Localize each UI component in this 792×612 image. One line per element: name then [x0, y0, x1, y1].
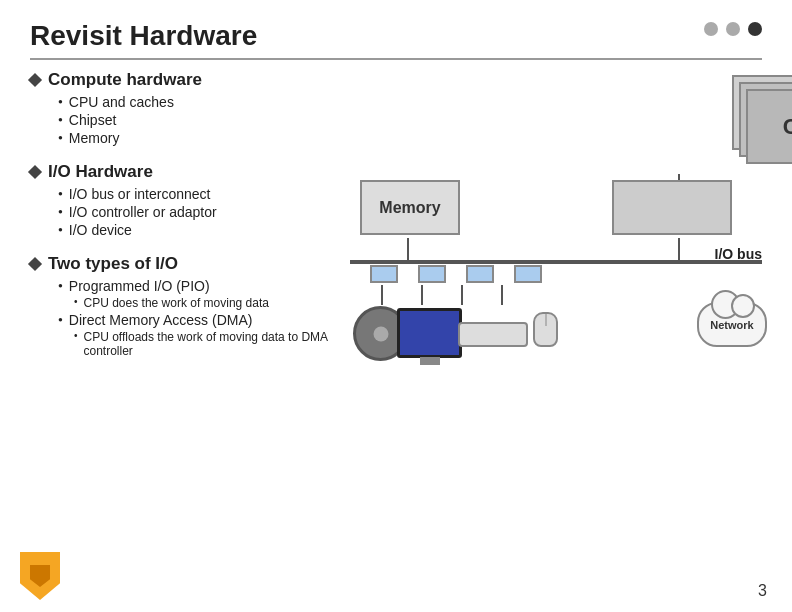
compute-item-1: CPU and caches	[58, 94, 340, 110]
monitor-icon	[397, 308, 462, 358]
two-types-label: Two types of I/O	[48, 254, 178, 274]
dma-sub-item: CPU offloads the work of moving data to …	[74, 330, 340, 358]
io-connectors	[370, 265, 542, 283]
keyboard-icon-container	[458, 322, 528, 347]
pio-item: Programmed I/O (PIO)	[58, 278, 340, 294]
nav-dot-3	[748, 22, 762, 36]
nav-dot-2	[726, 22, 740, 36]
memory-label: Memory	[379, 199, 440, 217]
drop-line-4	[501, 285, 503, 305]
io-subbullets: I/O bus or interconnect I/O controller o…	[58, 186, 340, 238]
princeton-shield	[20, 552, 60, 600]
network-cloud: Network	[697, 302, 767, 347]
io-connector-4	[514, 265, 542, 283]
io-item-2: I/O controller or adaptor	[58, 204, 340, 220]
nav-dots	[704, 22, 762, 36]
network-label: Network	[710, 319, 753, 331]
memory-box: Memory	[360, 180, 460, 235]
compute-subbullets: CPU and caches Chipset Memory	[58, 94, 340, 146]
slide: Revisit Hardware Compute hardware CPU an…	[0, 0, 792, 612]
pio-sub-item: CPU does the work of moving data	[74, 296, 340, 310]
compute-item-2: Chipset	[58, 112, 340, 128]
compute-item-3: Memory	[58, 130, 340, 146]
bullet-io: I/O Hardware	[30, 162, 340, 182]
left-panel: Compute hardware CPU and caches Chipset …	[30, 70, 340, 374]
io-bus-line	[350, 260, 762, 264]
network-cloud-container: Network	[697, 302, 767, 347]
mouse-icon	[533, 312, 558, 347]
drop-line-3	[461, 285, 463, 305]
io-item-1: I/O bus or interconnect	[58, 186, 340, 202]
diamond-icon-2	[28, 165, 42, 179]
io-connector-2	[418, 265, 446, 283]
io-item-3: I/O device	[58, 222, 340, 238]
page-number: 3	[758, 582, 767, 600]
slide-title: Revisit Hardware	[30, 20, 762, 60]
pio-sub: CPU does the work of moving data	[74, 296, 340, 310]
io-connector-1	[370, 265, 398, 283]
bullet-compute: Compute hardware	[30, 70, 340, 90]
diamond-icon-3	[28, 257, 42, 271]
compute-label: Compute hardware	[48, 70, 202, 90]
bullet-two-types: Two types of I/O	[30, 254, 340, 274]
dma-item: Direct Memory Access (DMA)	[58, 312, 340, 328]
drop-line-1	[381, 285, 383, 305]
content-area: Compute hardware CPU and caches Chipset …	[30, 70, 762, 374]
drop-line-2	[421, 285, 423, 305]
diamond-icon	[28, 73, 42, 87]
memory-large-box	[612, 180, 732, 235]
io-bus-label: I/O bus	[715, 246, 762, 262]
monitor-icon-container	[397, 308, 462, 358]
right-panel: CPU Memory I/O bus	[350, 70, 762, 374]
mem-to-bus-line	[407, 238, 409, 260]
section-io: I/O Hardware I/O bus or interconnect I/O…	[30, 162, 340, 238]
dma-bullets: Direct Memory Access (DMA)	[58, 312, 340, 328]
dma-sub: CPU offloads the work of moving data to …	[74, 330, 340, 358]
cpu-mem-to-bus-line	[678, 238, 680, 260]
io-connector-3	[466, 265, 494, 283]
section-two-types: Two types of I/O Programmed I/O (PIO) CP…	[30, 254, 340, 358]
io-label: I/O Hardware	[48, 162, 153, 182]
nav-dot-1	[704, 22, 718, 36]
hardware-diagram: CPU Memory I/O bus	[350, 70, 762, 374]
section-compute: Compute hardware CPU and caches Chipset …	[30, 70, 340, 146]
cpu-box-front: CPU	[746, 89, 792, 164]
two-types-subbullets: Programmed I/O (PIO)	[58, 278, 340, 294]
logo-area	[20, 552, 70, 602]
keyboard-icon	[458, 322, 528, 347]
cpu-label: CPU	[783, 114, 792, 140]
shield-inner	[30, 565, 50, 587]
